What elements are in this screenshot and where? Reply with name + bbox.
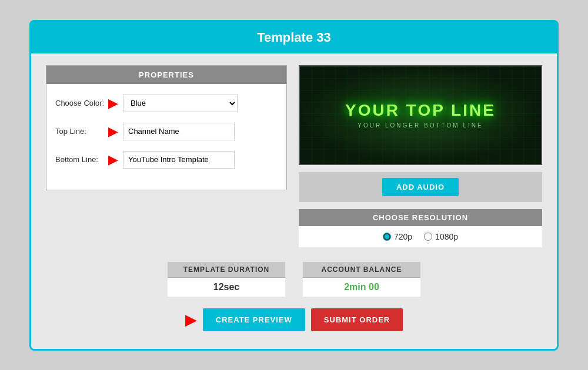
bottom-line-label: Bottom Line: bbox=[55, 155, 108, 164]
main-container: Template 33 PROPERTIES Choose Color: ▶ B… bbox=[29, 20, 559, 351]
resolution-header: CHOOSE RESOLUTION bbox=[299, 209, 542, 226]
template-duration-box: TEMPLATE DURATION 12sec bbox=[168, 262, 285, 297]
resolution-1080p-radio[interactable] bbox=[424, 233, 432, 241]
resolution-options: 720p 1080p bbox=[299, 226, 542, 247]
properties-body: Choose Color: ▶ Blue Red Green Yellow Wh… bbox=[46, 84, 286, 190]
color-select[interactable]: Blue Red Green Yellow White bbox=[123, 95, 238, 112]
add-audio-button[interactable]: ADD AUDIO bbox=[382, 178, 459, 196]
bottom-line-field-row: Bottom Line: ▶ bbox=[55, 151, 278, 169]
color-label: Choose Color: bbox=[55, 99, 108, 107]
action-row: ▶ CREATE PREVIEW SUBMIT ORDER bbox=[31, 297, 557, 331]
resolution-720p-text: 720p bbox=[394, 232, 412, 241]
account-balance-value: 2min 00 bbox=[303, 277, 420, 297]
add-audio-section: ADD AUDIO bbox=[299, 172, 542, 202]
resolution-720p-radio[interactable] bbox=[383, 233, 391, 241]
resolution-section: CHOOSE RESOLUTION 720p 1080p bbox=[299, 209, 542, 247]
bottom-line-input[interactable] bbox=[123, 151, 235, 169]
color-field-row: Choose Color: ▶ Blue Red Green Yellow Wh… bbox=[55, 95, 278, 112]
resolution-1080p-label[interactable]: 1080p bbox=[424, 232, 458, 241]
properties-header: PROPERTIES bbox=[46, 66, 286, 84]
preview-text-container: YOUR TOP LINE YOUR LONGER BOTTOM LINE bbox=[345, 101, 496, 129]
page-title: Template 33 bbox=[257, 30, 331, 45]
preview-image: YOUR TOP LINE YOUR LONGER BOTTOM LINE bbox=[299, 65, 542, 165]
resolution-720p-label[interactable]: 720p bbox=[383, 232, 412, 241]
page-header: Template 33 bbox=[31, 22, 557, 53]
top-line-input[interactable] bbox=[123, 123, 235, 140]
right-panel: YOUR TOP LINE YOUR LONGER BOTTOM LINE AD… bbox=[299, 65, 542, 247]
resolution-1080p-text: 1080p bbox=[435, 232, 458, 241]
top-line-field-row: Top Line: ▶ bbox=[55, 123, 278, 140]
properties-box: PROPERTIES Choose Color: ▶ Blue Red Gree… bbox=[46, 65, 287, 190]
content-area: PROPERTIES Choose Color: ▶ Blue Red Gree… bbox=[31, 53, 557, 259]
create-preview-button[interactable]: CREATE PREVIEW bbox=[203, 308, 305, 331]
bottom-section: TEMPLATE DURATION 12sec ACCOUNT BALANCE … bbox=[31, 262, 557, 297]
template-duration-label: TEMPLATE DURATION bbox=[168, 262, 285, 277]
submit-order-button[interactable]: SUBMIT ORDER bbox=[311, 308, 403, 331]
bottom-line-arrow-icon: ▶ bbox=[108, 153, 118, 166]
preview-top-text: YOUR TOP LINE bbox=[345, 101, 496, 120]
color-arrow-icon: ▶ bbox=[108, 97, 118, 110]
account-balance-box: ACCOUNT BALANCE 2min 00 bbox=[303, 262, 420, 297]
left-panel: PROPERTIES Choose Color: ▶ Blue Red Gree… bbox=[46, 65, 287, 247]
top-line-arrow-icon: ▶ bbox=[108, 125, 118, 138]
action-arrow-icon: ▶ bbox=[185, 312, 197, 327]
template-duration-value: 12sec bbox=[168, 277, 285, 297]
account-balance-label: ACCOUNT BALANCE bbox=[303, 262, 420, 277]
top-line-label: Top Line: bbox=[55, 127, 108, 136]
preview-bottom-text: YOUR LONGER BOTTOM LINE bbox=[345, 122, 496, 129]
